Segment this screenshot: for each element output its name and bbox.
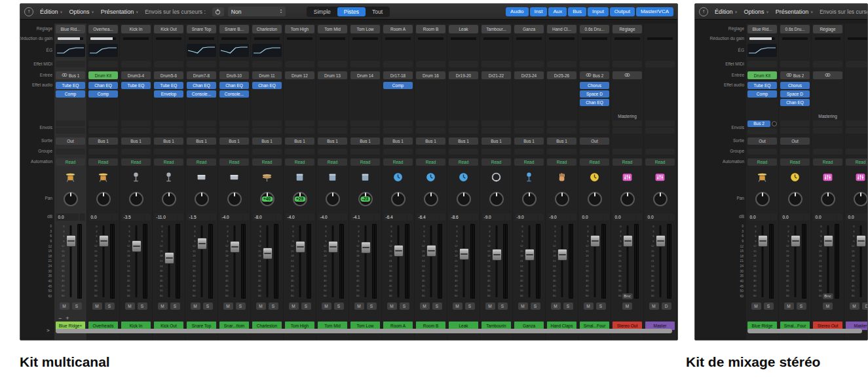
send-slot-empty[interactable]	[219, 120, 249, 126]
pan-knob[interactable]	[162, 192, 176, 206]
group-slot[interactable]	[383, 149, 413, 155]
eq-thumbnail[interactable]	[252, 44, 282, 57]
mic-icon[interactable]	[163, 172, 174, 183]
sliders-icon[interactable]	[822, 172, 833, 183]
group-slot[interactable]	[514, 149, 544, 155]
setting-button[interactable]: Hand Cl...	[547, 25, 576, 33]
solo-button[interactable]: S	[72, 303, 82, 310]
automation-mode-button[interactable]: Read	[350, 158, 380, 166]
filter-audio[interactable]: Audio	[506, 7, 528, 16]
midi-fx-slot[interactable]	[252, 61, 282, 67]
setting-button[interactable]: Room A	[383, 25, 413, 33]
fader-track[interactable]	[197, 224, 207, 299]
pan-knob[interactable]	[588, 192, 602, 206]
audio-fx-slot-chan-eq[interactable]: Chan EQ	[219, 82, 249, 89]
volume-db-field[interactable]: -4.0	[318, 213, 347, 221]
volume-db-field[interactable]: -9.0	[515, 213, 544, 221]
mute-button[interactable]: M	[784, 303, 794, 310]
send-slot-empty[interactable]	[547, 120, 576, 126]
mute-button[interactable]: M	[751, 303, 761, 310]
fader-handle[interactable]	[66, 235, 76, 247]
fader-handle[interactable]	[197, 238, 207, 249]
audio-fx-slot-tube-eq[interactable]: Tube EQ	[121, 82, 151, 89]
send-slot-empty[interactable]	[416, 128, 445, 134]
audio-fx-slot-space-d[interactable]: Space D	[580, 90, 609, 98]
volume-db-field[interactable]: 0.0	[613, 213, 642, 221]
automation-mode-button[interactable]: Read	[780, 158, 810, 166]
send-slot-empty[interactable]	[514, 120, 544, 126]
fader-handle[interactable]	[856, 235, 866, 247]
fader-track[interactable]	[525, 224, 535, 299]
solo-button[interactable]: S	[498, 303, 508, 310]
fader-handle[interactable]	[328, 241, 338, 253]
eq-thumbnail[interactable]	[187, 44, 216, 57]
output-slot[interactable]: Bus 1	[481, 138, 511, 145]
send-slot-empty[interactable]	[580, 128, 609, 134]
volume-db-field[interactable]: -11.0	[155, 213, 183, 221]
volume-db-field[interactable]: 0.0	[814, 213, 842, 221]
snare-icon[interactable]	[229, 172, 240, 183]
group-slot[interactable]	[747, 149, 777, 155]
fader-handle[interactable]	[823, 235, 833, 247]
mute-button[interactable]: M	[60, 303, 69, 310]
tom-icon[interactable]	[327, 172, 338, 183]
fader-handle[interactable]	[656, 235, 666, 247]
group-slot[interactable]	[613, 149, 642, 155]
solo-button[interactable]: S	[269, 303, 278, 310]
volume-db-field[interactable]: 0.0	[56, 213, 85, 221]
input-slot[interactable]: Drum 11	[252, 71, 282, 79]
audio-fx-slot-envelop[interactable]: Envelop	[154, 90, 183, 98]
clock-blue-icon[interactable]	[458, 172, 469, 183]
send-slot-empty[interactable]	[780, 128, 810, 134]
mute-button[interactable]: M	[387, 303, 397, 310]
automation-mode-button[interactable]: Read	[252, 158, 282, 166]
fader-track[interactable]	[295, 224, 305, 299]
volume-db-field[interactable]: 0.0	[89, 213, 118, 221]
setting-button[interactable]: Overhea...	[88, 25, 118, 33]
dim-button[interactable]: D	[862, 303, 868, 310]
fader-handle[interactable]	[557, 249, 567, 261]
solo-button[interactable]: S	[465, 303, 475, 310]
pan-knob[interactable]	[64, 192, 78, 206]
fader-handle[interactable]	[758, 235, 768, 247]
mute-button[interactable]: M	[158, 303, 168, 310]
setting-button[interactable]: 0.6s Dru...	[780, 25, 810, 33]
audio-fx-slot-chan-eq[interactable]: Chan EQ	[780, 99, 810, 106]
midi-fx-slot[interactable]	[318, 61, 347, 67]
fader-handle[interactable]	[492, 249, 502, 261]
pan-knob[interactable]	[227, 192, 242, 206]
fader-handle[interactable]	[361, 242, 371, 253]
automation-mode-button[interactable]: Read	[747, 158, 777, 166]
fader-track[interactable]	[164, 224, 174, 299]
input-slot[interactable]: Dr23-24	[514, 71, 544, 79]
send-slot-empty[interactable]	[780, 120, 810, 126]
eq-thumbnail[interactable]	[56, 44, 85, 57]
send-slot-empty[interactable]	[449, 128, 478, 134]
output-slot[interactable]: Bus 1	[383, 138, 413, 145]
dim-button[interactable]: D	[662, 303, 671, 310]
setting-button[interactable]: Réglage	[613, 25, 642, 33]
input-slot[interactable]: Bus 1	[56, 71, 85, 79]
fader-track[interactable]	[132, 224, 142, 299]
send-slot-empty[interactable]	[187, 128, 216, 134]
input-slot[interactable]: Drum7-8	[187, 71, 216, 79]
pan-knob[interactable]	[555, 192, 569, 206]
volume-db-field[interactable]: -8.0	[253, 213, 282, 221]
midi-fx-slot[interactable]	[613, 61, 642, 67]
audio-fx-slot-comp[interactable]: Comp	[88, 90, 118, 98]
mute-button[interactable]: M	[420, 303, 430, 310]
send-slot-empty[interactable]	[813, 128, 842, 134]
fader-track[interactable]	[426, 224, 436, 299]
volume-db-field[interactable]: 0.0	[646, 213, 675, 221]
pan-knob[interactable]	[457, 192, 471, 206]
audio-fx-slot-chan-eq[interactable]: Chan EQ	[580, 99, 609, 106]
audio-fx-slot-comp[interactable]: Comp	[383, 82, 413, 89]
send-slot-empty[interactable]	[88, 120, 118, 126]
send-slot-empty[interactable]	[318, 128, 347, 134]
input-slot[interactable]: Bus 2	[580, 71, 609, 79]
pan-knob[interactable]	[96, 192, 111, 206]
solo-button[interactable]: S	[170, 303, 180, 310]
input-slot[interactable]: Dr25-26	[547, 71, 576, 79]
pan-knob[interactable]	[788, 192, 802, 206]
automation-mode-button[interactable]: Read	[187, 158, 216, 166]
